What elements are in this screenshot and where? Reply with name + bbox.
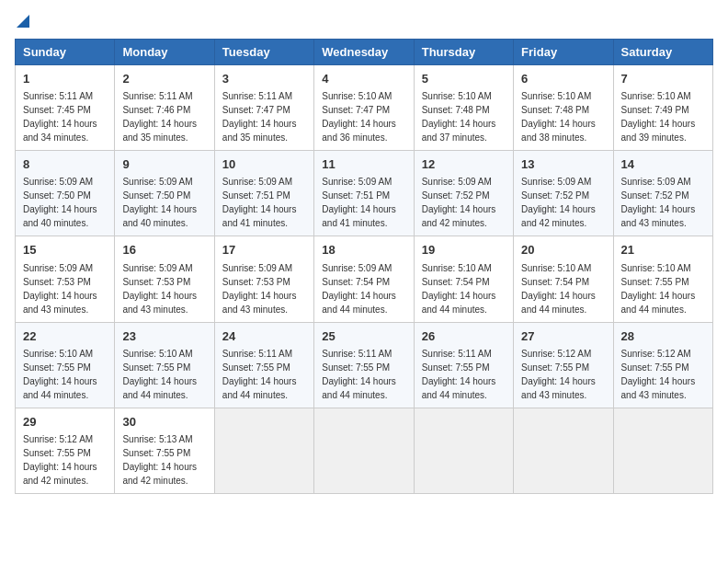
calendar-cell: 20Sunrise: 5:10 AMSunset: 7:54 PMDayligh… — [514, 236, 613, 322]
day-number: 20 — [521, 242, 605, 259]
calendar-cell: 29Sunrise: 5:12 AMSunset: 7:55 PMDayligh… — [16, 408, 115, 493]
day-info: Sunrise: 5:09 AMSunset: 7:52 PMDaylight:… — [422, 177, 496, 228]
day-info: Sunrise: 5:12 AMSunset: 7:55 PMDaylight:… — [521, 349, 596, 400]
day-number: 12 — [422, 156, 506, 173]
day-info: Sunrise: 5:10 AMSunset: 7:49 PMDaylight:… — [621, 91, 696, 143]
calendar-cell: 10Sunrise: 5:09 AMSunset: 7:51 PMDayligh… — [214, 151, 313, 236]
logo-triangle-icon — [17, 15, 29, 28]
day-number: 22 — [23, 328, 107, 345]
logo — [15, 15, 29, 31]
calendar-week-row: 8Sunrise: 5:09 AMSunset: 7:50 PMDaylight… — [16, 151, 713, 236]
calendar-cell — [514, 408, 613, 493]
calendar-header-monday: Monday — [115, 40, 214, 65]
calendar-cell — [214, 408, 313, 493]
calendar-cell: 1Sunrise: 5:11 AMSunset: 7:45 PMDaylight… — [16, 65, 115, 151]
calendar-cell: 12Sunrise: 5:09 AMSunset: 7:52 PMDayligh… — [414, 151, 513, 236]
day-info: Sunrise: 5:10 AMSunset: 7:48 PMDaylight:… — [422, 91, 496, 143]
calendar-cell: 15Sunrise: 5:09 AMSunset: 7:53 PMDayligh… — [16, 236, 115, 322]
day-info: Sunrise: 5:10 AMSunset: 7:54 PMDaylight:… — [521, 263, 596, 315]
calendar-cell: 7Sunrise: 5:10 AMSunset: 7:49 PMDaylight… — [613, 65, 712, 151]
day-number: 14 — [621, 156, 705, 173]
day-info: Sunrise: 5:09 AMSunset: 7:53 PMDaylight:… — [122, 263, 197, 315]
calendar-cell: 16Sunrise: 5:09 AMSunset: 7:53 PMDayligh… — [115, 236, 214, 322]
day-number: 16 — [122, 242, 206, 259]
calendar-cell: 28Sunrise: 5:12 AMSunset: 7:55 PMDayligh… — [613, 322, 712, 408]
day-number: 7 — [621, 71, 705, 87]
calendar-cell — [314, 408, 414, 493]
day-number: 21 — [621, 242, 705, 259]
day-info: Sunrise: 5:09 AMSunset: 7:53 PMDaylight:… — [222, 263, 297, 315]
calendar-cell: 9Sunrise: 5:09 AMSunset: 7:50 PMDaylight… — [115, 151, 214, 236]
calendar-header-thursday: Thursday — [414, 40, 513, 65]
day-number: 18 — [322, 242, 405, 259]
calendar-table: SundayMondayTuesdayWednesdayThursdayFrid… — [15, 39, 713, 494]
day-number: 29 — [23, 414, 107, 431]
day-number: 28 — [621, 328, 705, 345]
calendar-cell — [414, 408, 513, 493]
day-info: Sunrise: 5:11 AMSunset: 7:55 PMDaylight:… — [422, 349, 496, 400]
day-info: Sunrise: 5:09 AMSunset: 7:53 PMDaylight:… — [23, 263, 97, 315]
day-number: 15 — [23, 242, 107, 259]
day-number: 27 — [521, 328, 605, 345]
day-info: Sunrise: 5:09 AMSunset: 7:50 PMDaylight:… — [23, 177, 97, 228]
day-info: Sunrise: 5:10 AMSunset: 7:55 PMDaylight:… — [122, 349, 197, 400]
day-number: 23 — [122, 328, 206, 345]
day-number: 8 — [23, 156, 107, 173]
calendar-cell: 4Sunrise: 5:10 AMSunset: 7:47 PMDaylight… — [314, 65, 414, 151]
day-info: Sunrise: 5:09 AMSunset: 7:51 PMDaylight:… — [222, 177, 297, 228]
day-number: 17 — [222, 242, 306, 259]
day-info: Sunrise: 5:10 AMSunset: 7:55 PMDaylight:… — [23, 349, 97, 400]
calendar-week-row: 1Sunrise: 5:11 AMSunset: 7:45 PMDaylight… — [16, 65, 713, 151]
day-info: Sunrise: 5:09 AMSunset: 7:52 PMDaylight:… — [521, 177, 596, 228]
day-number: 26 — [422, 328, 506, 345]
day-number: 30 — [122, 414, 206, 431]
calendar-cell: 22Sunrise: 5:10 AMSunset: 7:55 PMDayligh… — [16, 322, 115, 408]
calendar-cell: 23Sunrise: 5:10 AMSunset: 7:55 PMDayligh… — [115, 322, 214, 408]
svg-marker-0 — [17, 15, 29, 28]
calendar-cell: 21Sunrise: 5:10 AMSunset: 7:55 PMDayligh… — [613, 236, 712, 322]
day-number: 10 — [222, 156, 306, 173]
day-number: 1 — [23, 71, 107, 87]
calendar-cell: 5Sunrise: 5:10 AMSunset: 7:48 PMDaylight… — [414, 65, 513, 151]
day-info: Sunrise: 5:09 AMSunset: 7:51 PMDaylight:… — [322, 177, 396, 228]
day-info: Sunrise: 5:13 AMSunset: 7:55 PMDaylight:… — [122, 434, 197, 486]
day-number: 24 — [222, 328, 306, 345]
calendar-header-saturday: Saturday — [613, 40, 712, 65]
day-info: Sunrise: 5:10 AMSunset: 7:55 PMDaylight:… — [621, 263, 696, 315]
calendar-header-row: SundayMondayTuesdayWednesdayThursdayFrid… — [16, 40, 713, 65]
day-info: Sunrise: 5:11 AMSunset: 7:55 PMDaylight:… — [322, 349, 396, 400]
day-number: 3 — [222, 71, 306, 87]
calendar-cell: 8Sunrise: 5:09 AMSunset: 7:50 PMDaylight… — [16, 151, 115, 236]
page-header — [15, 15, 713, 31]
calendar-cell: 6Sunrise: 5:10 AMSunset: 7:48 PMDaylight… — [514, 65, 613, 151]
day-number: 5 — [422, 71, 506, 87]
calendar-cell: 18Sunrise: 5:09 AMSunset: 7:54 PMDayligh… — [314, 236, 414, 322]
day-info: Sunrise: 5:12 AMSunset: 7:55 PMDaylight:… — [23, 434, 97, 486]
calendar-cell: 13Sunrise: 5:09 AMSunset: 7:52 PMDayligh… — [514, 151, 613, 236]
day-number: 25 — [322, 328, 405, 345]
day-info: Sunrise: 5:09 AMSunset: 7:50 PMDaylight:… — [122, 177, 197, 228]
calendar-cell: 14Sunrise: 5:09 AMSunset: 7:52 PMDayligh… — [613, 151, 712, 236]
calendar-cell — [613, 408, 712, 493]
calendar-cell: 27Sunrise: 5:12 AMSunset: 7:55 PMDayligh… — [514, 322, 613, 408]
calendar-week-row: 29Sunrise: 5:12 AMSunset: 7:55 PMDayligh… — [16, 408, 713, 493]
calendar-week-row: 15Sunrise: 5:09 AMSunset: 7:53 PMDayligh… — [16, 236, 713, 322]
day-info: Sunrise: 5:10 AMSunset: 7:54 PMDaylight:… — [422, 263, 496, 315]
calendar-week-row: 22Sunrise: 5:10 AMSunset: 7:55 PMDayligh… — [16, 322, 713, 408]
calendar-cell: 26Sunrise: 5:11 AMSunset: 7:55 PMDayligh… — [414, 322, 513, 408]
day-info: Sunrise: 5:09 AMSunset: 7:52 PMDaylight:… — [621, 177, 696, 228]
calendar-header-sunday: Sunday — [16, 40, 115, 65]
calendar-header-friday: Friday — [514, 40, 613, 65]
calendar-cell: 25Sunrise: 5:11 AMSunset: 7:55 PMDayligh… — [314, 322, 414, 408]
calendar-cell: 24Sunrise: 5:11 AMSunset: 7:55 PMDayligh… — [214, 322, 313, 408]
calendar-cell: 3Sunrise: 5:11 AMSunset: 7:47 PMDaylight… — [214, 65, 313, 151]
day-number: 9 — [122, 156, 206, 173]
day-info: Sunrise: 5:11 AMSunset: 7:47 PMDaylight:… — [222, 91, 297, 143]
calendar-cell: 17Sunrise: 5:09 AMSunset: 7:53 PMDayligh… — [214, 236, 313, 322]
day-info: Sunrise: 5:11 AMSunset: 7:46 PMDaylight:… — [122, 91, 197, 143]
day-number: 13 — [521, 156, 605, 173]
day-number: 11 — [322, 156, 405, 173]
calendar-cell: 11Sunrise: 5:09 AMSunset: 7:51 PMDayligh… — [314, 151, 414, 236]
day-info: Sunrise: 5:12 AMSunset: 7:55 PMDaylight:… — [621, 349, 696, 400]
day-number: 6 — [521, 71, 605, 87]
